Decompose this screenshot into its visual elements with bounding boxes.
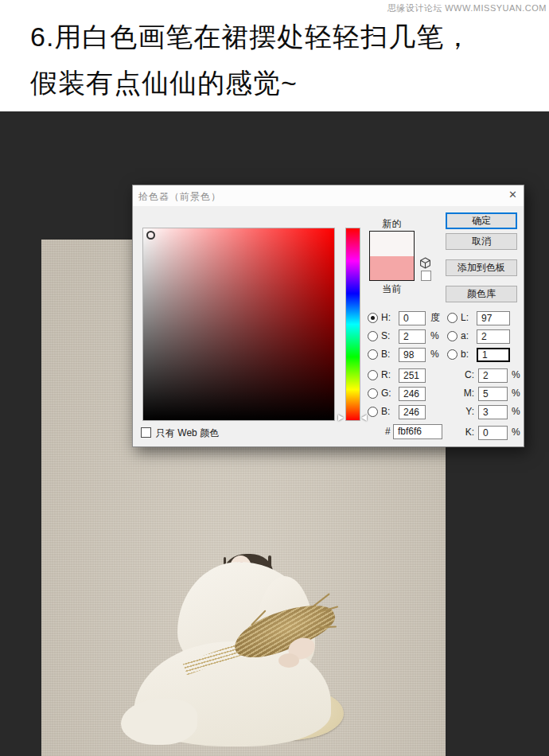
unit-c: % (512, 368, 520, 382)
step-text-line1: 6.用白色画笔在裙摆处轻轻扫几笔， (30, 19, 472, 56)
new-current-swatch[interactable] (369, 231, 415, 281)
step-text-line2: 假装有点仙仙的感觉~ (30, 65, 298, 102)
unit-y: % (512, 405, 520, 419)
label-b-lab: b: (461, 348, 469, 361)
input-s[interactable]: 2 (399, 329, 426, 344)
label-k: K: (453, 426, 474, 439)
label-r: R: (381, 368, 391, 382)
label-y: Y: (453, 405, 474, 419)
radio-b-hsb[interactable] (368, 349, 378, 360)
radio-s[interactable] (368, 331, 378, 341)
input-b-rgb[interactable]: 246 (399, 405, 426, 419)
web-colors-only-label: 只有 Web 颜色 (156, 427, 219, 440)
label-h: H: (381, 311, 391, 325)
hue-slider[interactable] (345, 228, 360, 421)
current-color-label: 当前 (369, 283, 415, 296)
input-k[interactable]: 0 (478, 426, 508, 440)
watermark: 思缘设计论坛 WWW.MISSYUAN.COM (387, 2, 547, 14)
input-y[interactable]: 3 (478, 405, 508, 419)
label-c: C: (453, 368, 474, 382)
input-h[interactable]: 0 (399, 311, 426, 325)
label-s: S: (381, 329, 390, 343)
radio-l[interactable] (447, 313, 458, 323)
label-b-hsb: B: (381, 348, 390, 361)
unit-s: % (430, 329, 439, 343)
input-a[interactable]: 2 (477, 329, 510, 344)
input-r[interactable]: 251 (399, 368, 426, 383)
label-g: G: (381, 387, 391, 400)
figure-robe-foot (121, 699, 197, 745)
new-color-label: 新的 (369, 217, 415, 231)
radio-a[interactable] (447, 331, 458, 341)
radio-h[interactable] (368, 313, 378, 323)
web-safe-color-swatch[interactable] (421, 271, 431, 281)
radio-g[interactable] (368, 388, 378, 399)
dialog-titlebar[interactable]: 拾色器（前景色） ✕ (133, 185, 524, 206)
hex-input[interactable]: fbf6f6 (393, 424, 442, 439)
figure-hand (278, 653, 299, 668)
color-picker-dialog: 拾色器（前景色） ✕ 新的 当前 确定 取消 添加到色板 颜色库 H: 0 度 … (132, 185, 524, 447)
dialog-title: 拾色器（前景色） (138, 190, 221, 204)
add-to-swatches-button[interactable]: 添加到色板 (446, 259, 517, 276)
unit-b-hsb: % (430, 348, 439, 361)
new-color-swatch (370, 232, 414, 256)
current-color-swatch[interactable] (370, 256, 414, 281)
radio-r[interactable] (368, 370, 378, 380)
input-m[interactable]: 5 (478, 387, 508, 401)
label-b-rgb: B: (381, 405, 390, 419)
color-field[interactable] (142, 228, 335, 421)
unit-m: % (512, 387, 520, 400)
color-field-marker[interactable] (146, 231, 155, 240)
cancel-button[interactable]: 取消 (446, 233, 517, 250)
input-g[interactable]: 246 (399, 387, 426, 401)
web-gamut-cube-icon[interactable] (419, 257, 431, 269)
tutorial-header: 思缘设计论坛 WWW.MISSYUAN.COM 6.用白色画笔在裙摆处轻轻扫几笔… (0, 0, 549, 111)
label-a: a: (461, 329, 469, 343)
input-c[interactable]: 2 (478, 368, 508, 383)
hex-hash-label: # (385, 426, 391, 437)
input-l[interactable]: 97 (477, 311, 510, 325)
input-b-lab[interactable]: 1 (477, 348, 510, 362)
hue-slider-marker-left[interactable] (338, 415, 344, 421)
radio-b-rgb[interactable] (368, 407, 378, 417)
label-m: M: (453, 387, 474, 400)
unit-h: 度 (430, 311, 440, 325)
unit-k: % (512, 426, 520, 439)
ok-button[interactable]: 确定 (446, 212, 517, 229)
hue-slider-marker-right[interactable] (361, 415, 367, 421)
web-colors-only-checkbox[interactable] (141, 427, 151, 438)
label-l: L: (461, 311, 469, 325)
input-b-hsb[interactable]: 98 (399, 348, 426, 362)
close-icon[interactable]: ✕ (508, 189, 517, 200)
color-libraries-button[interactable]: 颜色库 (446, 286, 517, 302)
radio-b-lab[interactable] (447, 349, 458, 360)
